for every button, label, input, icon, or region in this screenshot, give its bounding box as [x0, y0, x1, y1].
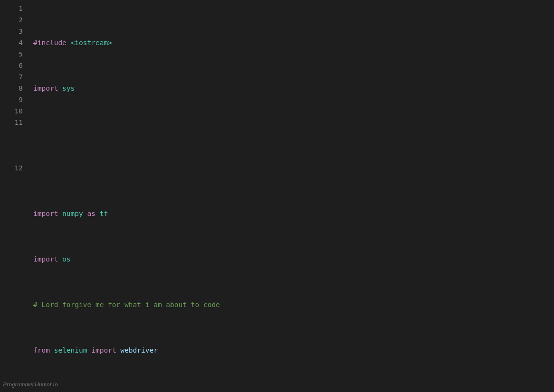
code-line: import os — [33, 253, 550, 265]
kw-import: import — [87, 346, 121, 354]
code-line: #include <iostream> — [33, 37, 550, 48]
line-number-gutter: 1 2 3 4 5 6 7 8 9 10 11 12 — [0, 0, 29, 392]
include-header: <iostream> — [71, 39, 112, 47]
line-number: 11 — [0, 117, 23, 162]
preproc-include: #include — [33, 39, 71, 47]
code-line: from selenium import webdriver — [33, 345, 550, 356]
watermark-text: ProgrammerHumor.io — [3, 379, 57, 390]
kw-import: import — [33, 255, 62, 263]
line-number: 1 — [0, 3, 23, 14]
module-numpy: numpy — [62, 210, 83, 217]
line-number: 12 — [0, 162, 23, 174]
code-editor: 1 2 3 4 5 6 7 8 9 10 11 12 #include <ios… — [0, 0, 554, 392]
line-number: 9 — [0, 94, 23, 105]
line-number: 5 — [0, 48, 23, 60]
line-number: 2 — [0, 14, 23, 26]
code-line — [33, 128, 550, 140]
name-webdriver: webdriver — [120, 346, 158, 354]
kw-from: from — [33, 346, 54, 354]
kw-import: import — [33, 210, 62, 217]
kw-import: import — [33, 84, 62, 92]
code-line: user_url = "https://www.reddit.com/user/… — [33, 390, 550, 392]
code-line: import numpy as tf — [33, 208, 550, 219]
alias-tf: tf — [100, 210, 108, 217]
module-os: os — [62, 255, 70, 263]
module-selenium: selenium — [54, 346, 87, 354]
comment: # Lord forgive me for what i am about to… — [33, 301, 220, 308]
line-number: 6 — [0, 60, 23, 71]
line-number: 3 — [0, 26, 23, 37]
line-number: 4 — [0, 37, 23, 48]
line-number: 7 — [0, 71, 23, 83]
line-number: 8 — [0, 83, 23, 94]
code-area[interactable]: #include <iostream> import sys import nu… — [29, 0, 554, 392]
kw-as: as — [83, 210, 100, 217]
module-sys: sys — [62, 84, 75, 92]
code-line — [33, 162, 550, 174]
code-line: # Lord forgive me for what i am about to… — [33, 299, 550, 310]
line-number: 10 — [0, 105, 23, 117]
code-line: import sys — [33, 83, 550, 94]
